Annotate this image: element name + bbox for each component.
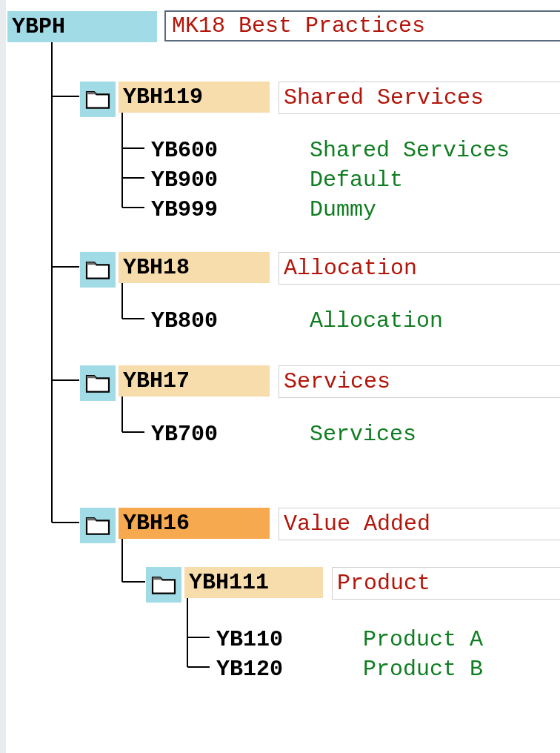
leaf-node-desc: Default	[305, 165, 407, 196]
folder-icon[interactable]	[80, 82, 116, 117]
subgroup-node-desc[interactable]: Product	[332, 567, 560, 600]
group-node-desc[interactable]: Allocation	[279, 252, 560, 285]
folder-icon[interactable]	[80, 365, 116, 401]
group-node-code[interactable]: YBH119	[119, 82, 270, 113]
leaf-node-code[interactable]: YB900	[147, 165, 259, 196]
leaf-node-code[interactable]: YB700	[147, 419, 259, 450]
leaf-node-code[interactable]: YB120	[212, 654, 324, 685]
root-node-desc[interactable]: MK18 Best Practices	[164, 10, 560, 42]
folder-icon[interactable]	[80, 508, 116, 543]
group-node-code[interactable]: YBH17	[119, 365, 270, 397]
left-rail	[0, 0, 6, 753]
group-node-code[interactable]: YBH18	[119, 252, 270, 283]
group-node-desc[interactable]: Shared Services	[279, 82, 560, 114]
folder-icon[interactable]	[80, 252, 116, 288]
leaf-node-code[interactable]: YB999	[147, 194, 259, 225]
subgroup-node-code[interactable]: YBH111	[184, 567, 323, 598]
leaf-node-desc: Dummy	[305, 194, 381, 225]
root-node-code[interactable]: YBPH	[7, 11, 157, 42]
group-node-desc[interactable]: Value Added	[279, 508, 560, 540]
leaf-node-code[interactable]: YB800	[147, 305, 259, 336]
leaf-node-desc: Product B	[359, 654, 487, 685]
leaf-node-desc: Allocation	[305, 305, 447, 336]
leaf-node-code[interactable]: YB110	[212, 624, 324, 655]
leaf-node-code[interactable]: YB600	[147, 135, 259, 166]
leaf-node-desc: Services	[305, 419, 421, 450]
leaf-node-desc: Product A	[359, 624, 487, 655]
group-node-desc[interactable]: Services	[279, 365, 560, 398]
folder-icon[interactable]	[146, 567, 181, 603]
leaf-node-desc: Shared Services	[305, 135, 514, 166]
group-node-code[interactable]: YBH16	[119, 508, 270, 539]
